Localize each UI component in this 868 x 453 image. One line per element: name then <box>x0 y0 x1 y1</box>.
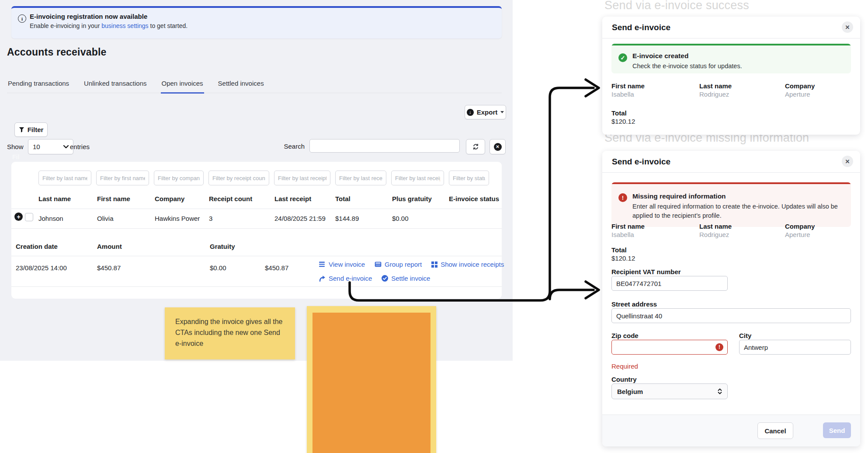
close-icon[interactable]: ✕ <box>842 156 853 167</box>
divider <box>11 256 502 256</box>
export-label: Export <box>477 108 498 116</box>
success-check-icon: ✓ <box>618 53 627 62</box>
page-size-select[interactable]: 10 <box>28 139 73 154</box>
filter-label: Filter <box>28 126 44 133</box>
vat-label: Recipient VAT number <box>611 268 681 275</box>
col-receipt-count: Receipt count <box>209 195 252 202</box>
country-value: Belgium <box>617 388 643 395</box>
view-invoice-link[interactable]: View invoice <box>319 261 365 268</box>
col-plus-gratuity: Plus gratuity <box>392 195 432 202</box>
subcol-gratuity: Gratuity <box>210 243 235 250</box>
city-input[interactable] <box>739 340 851 355</box>
alert-accent-bar <box>611 182 851 184</box>
filter-last-receipt-input[interactable] <box>274 171 330 185</box>
orange-image-placeholder <box>312 313 431 453</box>
filter-receipt-count-input[interactable] <box>208 171 269 185</box>
alert-title: Missing required information <box>632 192 726 200</box>
caret-down-icon <box>500 111 504 113</box>
filter-status-input[interactable] <box>449 171 489 185</box>
tab-unlinked-transactions[interactable]: Unlinked transactions <box>83 78 147 93</box>
zip-label: Zip code <box>611 332 639 339</box>
alert-description: Enter all required information to create… <box>632 202 838 220</box>
info-icon: i <box>18 14 26 23</box>
country-label: Country <box>611 376 637 383</box>
col-einvoice-status: E-invoice status <box>449 195 499 202</box>
check-circle-icon <box>382 275 388 282</box>
filter-company-input[interactable] <box>154 171 204 185</box>
tab-open-invoices[interactable]: Open invoices <box>161 78 204 94</box>
filter-total-input[interactable] <box>335 171 386 185</box>
field-error-icon: ! <box>715 343 723 351</box>
sticky-note-comment: Expanding the invoice gives all the CTAs… <box>165 307 295 359</box>
filter-first-name-input[interactable] <box>96 171 149 185</box>
tab-pending-transactions[interactable]: Pending transactions <box>7 78 70 93</box>
vat-input[interactable] <box>611 276 728 291</box>
banner-desc-prefix: Enable e-invoicing in your <box>30 22 101 29</box>
city-label: City <box>739 332 751 339</box>
last-name-label: Last name <box>699 223 732 230</box>
subcol-amount: Amount <box>97 243 122 250</box>
design-canvas: i E-invoicing registration now available… <box>0 0 868 453</box>
page-title: Accounts receivable <box>7 46 107 58</box>
settle-invoice-link[interactable]: Settle invoice <box>382 275 430 282</box>
error-alert: ! Missing required information Enter all… <box>611 182 851 227</box>
clear-icon: ✕ <box>494 143 502 151</box>
send-button-disabled[interactable]: Send <box>823 422 851 438</box>
banner-title: E-invoicing registration now available <box>30 13 147 20</box>
row-checkbox[interactable] <box>25 213 33 221</box>
show-invoice-receipts-link[interactable]: Show invoice receipts <box>431 261 504 268</box>
company-value: Aperture <box>785 91 810 98</box>
collapse-row-button[interactable]: + <box>14 213 23 221</box>
export-button[interactable]: ↓ Export <box>465 105 506 119</box>
group-report-label: Group report <box>385 261 422 268</box>
street-input[interactable] <box>611 308 851 323</box>
close-icon[interactable]: ✕ <box>842 21 853 33</box>
first-name-value: Isabella <box>611 91 634 98</box>
search-input[interactable] <box>309 139 460 153</box>
tab-settled-invoices[interactable]: Settled invoices <box>217 78 265 93</box>
refresh-button[interactable] <box>466 139 485 154</box>
settle-invoice-label: Settle invoice <box>391 275 430 282</box>
alert-accent-bar <box>611 44 851 45</box>
company-label: Company <box>785 82 815 90</box>
section-heading-success: Send via e-invoice success <box>604 0 749 12</box>
modal-header: Send e-invoice ✕ <box>602 17 860 38</box>
modal-footer: Cancel Send <box>602 415 860 446</box>
total-value: $120.12 <box>611 254 635 262</box>
subcell-amount: $450.87 <box>97 264 121 272</box>
zip-input[interactable] <box>611 340 728 355</box>
refresh-icon <box>472 143 479 150</box>
total-value: $120.12 <box>611 118 635 125</box>
first-name-value: Isabella <box>611 231 634 238</box>
divider <box>11 209 502 209</box>
modal-header: Send e-invoice ✕ <box>602 151 860 173</box>
last-name-value: Rodriguez <box>699 231 729 238</box>
entries-label: entries <box>70 143 90 150</box>
country-select[interactable]: Belgium <box>611 383 728 399</box>
banner-description: Enable e-invoicing in your business sett… <box>30 22 187 29</box>
send-einvoice-link[interactable]: Send e-invoice <box>319 275 372 282</box>
list-icon <box>319 261 326 267</box>
tab-bar: Pending transactions Unlinked transactio… <box>7 78 502 93</box>
cancel-button[interactable]: Cancel <box>757 422 793 439</box>
filter-button[interactable]: Filter <box>14 122 48 137</box>
total-label: Total <box>611 246 627 254</box>
divider <box>11 286 502 287</box>
send-einvoice-modal-missing-info: Send e-invoice ✕ ! Missing required info… <box>602 151 860 446</box>
clear-search-button[interactable]: ✕ <box>490 139 506 154</box>
arrowhead-success <box>586 80 599 96</box>
col-last-receipt: Last receipt <box>274 195 311 202</box>
view-invoice-label: View invoice <box>329 261 365 268</box>
last-name-value: Rodriguez <box>699 91 729 98</box>
filter-plus-gratuity-input[interactable] <box>391 171 444 185</box>
business-settings-link[interactable]: business settings <box>101 22 148 29</box>
company-value: Aperture <box>785 231 810 238</box>
group-report-link[interactable]: Group report <box>375 261 422 268</box>
cell-last-receipt: 24/08/2025 21:59 <box>274 215 326 222</box>
filter-last-name-input[interactable] <box>38 171 91 185</box>
cell-company: Hawkins Power <box>155 215 200 222</box>
funnel-icon <box>19 127 24 132</box>
zip-required-error: Required <box>611 362 638 370</box>
download-icon: ↓ <box>467 109 474 116</box>
cell-last-name: Johnson <box>38 215 63 222</box>
